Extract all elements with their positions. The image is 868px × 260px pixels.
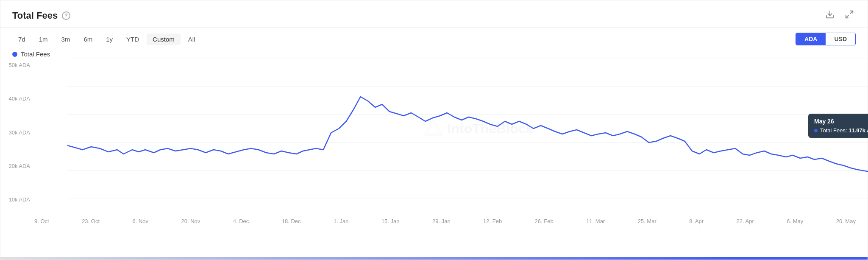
x-label-1: 9. Oct	[34, 218, 49, 224]
legend-row: Total Fees	[0, 49, 868, 59]
filter-3m[interactable]: 3m	[56, 34, 76, 45]
filter-6m[interactable]: 6m	[78, 34, 98, 45]
chart-title: Total Fees	[12, 10, 58, 21]
y-label-20k: 20k ADA	[0, 163, 33, 169]
expand-button[interactable]	[843, 8, 856, 23]
chart-header: Total Fees ?	[0, 0, 868, 28]
x-label-5: 4. Dec	[233, 218, 249, 224]
legend-label: Total Fees	[21, 50, 50, 58]
filter-1y[interactable]: 1y	[100, 34, 119, 45]
x-axis: 9. Oct 23. Oct 6. Nov 20. Nov 4. Dec 18.…	[0, 215, 868, 224]
currency-toggle: ADA USD	[796, 33, 856, 45]
x-label-7: 1. Jan	[334, 218, 348, 224]
y-label-40k: 40k ADA	[0, 95, 33, 102]
x-label-16: 6. May	[787, 218, 803, 224]
chart-area: 50k ADA 40k ADA 30k ADA 20k ADA 10k ADA …	[0, 59, 868, 215]
y-label-50k: 50k ADA	[0, 62, 33, 68]
filter-custom[interactable]: Custom	[147, 34, 181, 45]
filter-7d[interactable]: 7d	[12, 34, 31, 45]
x-label-14: 8. Apr	[689, 218, 704, 224]
chart-container: Total Fees ? 7d	[0, 0, 868, 260]
x-label-9: 29. Jan	[432, 218, 451, 224]
legend-dot	[12, 52, 17, 57]
y-label-30k: 30k ADA	[0, 129, 33, 136]
filter-ytd[interactable]: YTD	[120, 34, 145, 45]
x-label-15: 22. Apr	[737, 218, 754, 224]
line-chart	[67, 59, 868, 198]
x-label-4: 20. Nov	[181, 218, 200, 224]
bottom-bar	[0, 257, 868, 260]
currency-usd[interactable]: USD	[826, 33, 855, 45]
time-filters: 7d 1m 3m 6m 1y YTD Custom All	[12, 34, 201, 45]
header-left: Total Fees ?	[12, 10, 70, 21]
x-label-2: 23. Oct	[82, 218, 100, 224]
x-label-17: 20. May	[836, 218, 856, 224]
chart-svg-container: IntoTheBlock May 26	[67, 59, 868, 198]
x-label-12: 11. Mar	[586, 218, 605, 224]
header-actions	[823, 8, 856, 23]
filter-1m[interactable]: 1m	[33, 34, 54, 45]
help-icon[interactable]: ?	[62, 11, 70, 20]
x-label-11: 26. Feb	[535, 218, 554, 224]
x-label-3: 6. Nov	[132, 218, 148, 224]
currency-ada[interactable]: ADA	[796, 33, 826, 45]
download-button[interactable]	[823, 8, 836, 23]
x-label-6: 18. Dec	[282, 218, 301, 224]
filter-all[interactable]: All	[182, 34, 201, 45]
x-label-10: 12. Feb	[483, 218, 502, 224]
svg-line-2	[846, 15, 849, 18]
y-label-10k: 10k ADA	[0, 196, 33, 203]
x-label-13: 25. Mar	[638, 218, 657, 224]
chart-line	[67, 97, 868, 176]
svg-line-1	[850, 11, 853, 14]
x-label-8: 15. Jan	[381, 218, 400, 224]
controls-row: 7d 1m 3m 6m 1y YTD Custom All ADA USD	[0, 28, 868, 49]
y-axis: 50k ADA 40k ADA 30k ADA 20k ADA 10k ADA	[0, 59, 33, 215]
